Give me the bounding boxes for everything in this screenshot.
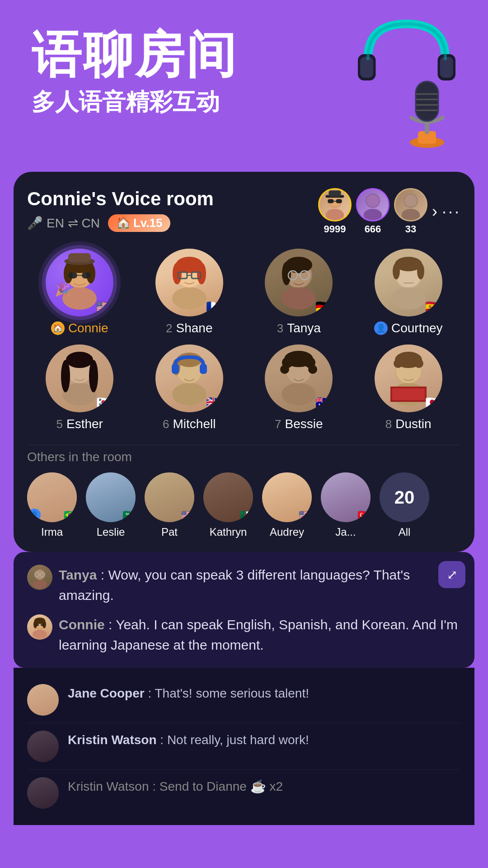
other-pat[interactable]: 🇺🇸 Pat xyxy=(145,472,194,538)
other-irma[interactable]: 👤 🇧🇷 Irma xyxy=(27,472,77,538)
speaker-mitchell[interactable]: 🇬🇧 6 Mitchell xyxy=(137,340,242,436)
speaker-avatar-shane: 🇫🇷 xyxy=(155,249,223,316)
chat-list-avatar-0 xyxy=(27,684,59,716)
more-users-chevron[interactable]: › xyxy=(432,202,437,221)
room-level-badge: 🏠 Lv.15 xyxy=(108,214,171,232)
speaker-tanya[interactable]: 🇩🇪 3 Tanya xyxy=(246,244,352,340)
svg-point-84 xyxy=(308,365,317,374)
chat-colon-2: : xyxy=(108,617,116,632)
microphone-icon xyxy=(398,72,456,149)
svg-point-91 xyxy=(394,359,403,368)
hero-decorations xyxy=(312,9,474,154)
room-options-button[interactable]: ··· xyxy=(442,202,461,221)
chat-list-item-2: Kristin Watson : Send to Dianne ☕ x2 xyxy=(27,770,461,816)
chat-list-msg-2: Send to Dianne ☕ x2 xyxy=(160,779,283,793)
expand-icon: ⤢ xyxy=(447,567,457,582)
speaker-avatar-mitchell: 🇬🇧 xyxy=(155,344,223,412)
top-user-3[interactable]: 33 xyxy=(394,188,427,235)
svg-point-71 xyxy=(172,383,206,406)
speaker-name-dustin: Dustin xyxy=(395,417,431,431)
speaker-name-row-bessie: 7 Bessie xyxy=(275,417,323,431)
speaker-name-esther: Esther xyxy=(66,417,103,431)
speakers-grid: 🎉 🇺🇸 🏠 Connie xyxy=(27,244,461,436)
other-ja[interactable]: 🇹🇷 Ja... xyxy=(321,472,371,538)
chat-list-text-1: Kristin Watson : Not really, just hard w… xyxy=(68,731,461,750)
svg-rect-7 xyxy=(416,81,438,121)
speaker-name-row-esther: 5 Esther xyxy=(56,417,103,431)
flag-connie: 🇺🇸 xyxy=(95,298,112,315)
chat-list-text-2: Kristin Watson : Send to Dianne ☕ x2 xyxy=(68,777,461,796)
house-icon: 🏠 xyxy=(116,216,131,230)
other-avatar-pat: 🇺🇸 xyxy=(145,472,194,522)
chat-overlay: ⤢ Tanya : Wow, you can speak 3 different… xyxy=(14,552,474,668)
main-card: Connie's Voice room 🎤 EN ⇌ CN 🏠 Lv.15 xyxy=(14,172,474,552)
chat-message-tanya: Tanya : Wow, you can speak 3 different l… xyxy=(27,565,461,605)
speaker-courtney[interactable]: 🇪🇸 👤 Courtney xyxy=(356,244,461,340)
top-user-1[interactable]: 9999 xyxy=(318,188,352,235)
svg-rect-76 xyxy=(200,364,207,374)
svg-point-61 xyxy=(393,263,400,279)
expand-chat-button[interactable]: ⤢ xyxy=(438,561,465,588)
flag-pat: 🇺🇸 xyxy=(181,509,193,521)
svg-point-92 xyxy=(414,359,423,368)
other-name-irma: Irma xyxy=(41,526,63,538)
chat-list-item-1: Kristin Watson : Not really, just hard w… xyxy=(27,723,461,770)
user-icon-irma: 👤 xyxy=(28,509,41,521)
chat-list-username-1: Kristin Watson xyxy=(68,733,157,747)
host-icon-connie: 🏠 xyxy=(51,321,65,335)
svg-rect-34 xyxy=(68,272,77,278)
other-audrey[interactable]: 🇺🇸 Audrey xyxy=(262,472,312,538)
svg-point-50 xyxy=(282,287,316,310)
speaker-name-row-shane: 2 Shane xyxy=(166,321,212,335)
other-kathryn[interactable]: 🇩🇿 Kathryn xyxy=(203,472,253,538)
svg-point-45 xyxy=(197,263,206,284)
chat-list-sep-1: : xyxy=(160,733,167,747)
chat-message-connie: Connie : Yeah. I can speak English, Span… xyxy=(27,614,461,655)
svg-rect-17 xyxy=(336,199,342,203)
svg-point-58 xyxy=(391,287,426,310)
svg-point-78 xyxy=(282,383,316,406)
svg-point-94 xyxy=(33,580,47,589)
svg-point-41 xyxy=(172,287,206,310)
chat-username-connie: Connie xyxy=(59,617,105,632)
other-avatar-ja: 🇹🇷 xyxy=(321,472,371,522)
speaker-name-row-dustin: 8 Dustin xyxy=(385,417,432,431)
speaker-name-bessie: Bessie xyxy=(285,417,323,431)
flag-courtney: 🇪🇸 xyxy=(424,298,441,315)
other-avatar-audrey: 🇺🇸 xyxy=(262,472,312,522)
other-leslie[interactable]: 🇸🇦 Leslie xyxy=(86,472,136,538)
speaker-name-row-mitchell: 6 Mitchell xyxy=(163,417,216,431)
speaker-name-shane: Shane xyxy=(176,321,213,335)
flag-leslie: 🇸🇦 xyxy=(122,509,135,521)
speaker-bessie[interactable]: 🇦🇺 7 Bessie xyxy=(246,340,352,436)
chat-list-sep-2: : xyxy=(152,779,160,793)
chat-list-avatar-2 xyxy=(27,777,59,809)
top-user-2[interactable]: 666 xyxy=(356,188,389,235)
all-label: All xyxy=(399,526,411,538)
speaker-connie[interactable]: 🎉 🇺🇸 🏠 Connie xyxy=(27,244,132,340)
speaker-avatar-connie: 🎉 🇺🇸 xyxy=(46,249,113,316)
chat-list-avatar-1 xyxy=(27,731,59,762)
svg-point-14 xyxy=(326,209,344,220)
speaker-name-tanya: Tanya xyxy=(287,321,321,335)
chat-list-item-0: Jane Cooper : That's! some serious talen… xyxy=(27,677,461,723)
other-all[interactable]: 20 All xyxy=(380,472,429,538)
room-top-users: 9999 666 xyxy=(318,188,461,235)
speaker-dustin[interactable]: 🇯🇵 8 Dustin xyxy=(356,340,461,436)
svg-rect-75 xyxy=(172,364,179,374)
other-avatar-kathryn: 🇩🇿 xyxy=(203,472,253,522)
speaker-avatar-courtney: 🇪🇸 xyxy=(375,249,442,316)
chat-list-username-0: Jane Cooper xyxy=(68,686,145,700)
svg-point-83 xyxy=(280,365,289,374)
speaker-name-mitchell: Mitchell xyxy=(173,417,216,431)
speaker-shane[interactable]: 🇫🇷 2 Shane xyxy=(137,244,242,340)
flag-tanya: 🇩🇪 xyxy=(314,298,331,315)
speaker-avatar-tanya: 🇩🇪 xyxy=(265,249,333,316)
svg-point-53 xyxy=(282,262,291,285)
svg-point-67 xyxy=(66,352,93,368)
speaker-esther[interactable]: 🇰🇷 5 Esther xyxy=(27,340,132,436)
flag-ja: 🇹🇷 xyxy=(357,509,370,521)
svg-point-101 xyxy=(33,630,47,639)
room-info: Connie's Voice room 🎤 EN ⇌ CN 🏠 Lv.15 xyxy=(27,188,214,232)
hero-section: 语聊房间 多人语音精彩互动 xyxy=(0,0,488,167)
